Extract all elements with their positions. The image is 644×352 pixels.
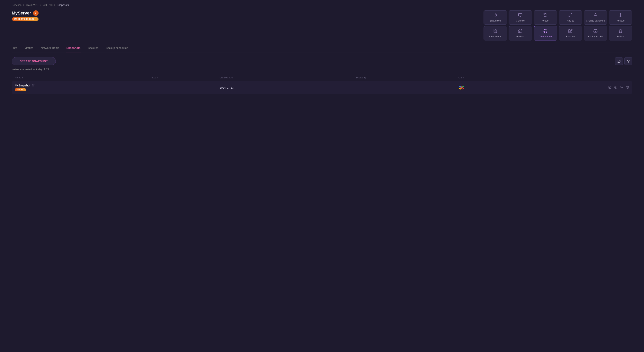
table-header: Name ⇅ Size ⇅ Created at ⇅ Price/day OS … bbox=[12, 74, 632, 81]
col-size[interactable]: Size ⇅ bbox=[152, 76, 220, 79]
change-password-icon bbox=[593, 13, 598, 18]
snapshot-os-icon-cell bbox=[458, 84, 561, 91]
resize-button[interactable]: Resize bbox=[559, 10, 582, 25]
change-password-button[interactable]: Change password bbox=[584, 10, 607, 25]
instructions-button[interactable]: Instructions bbox=[484, 26, 507, 40]
boot-from-iso-label: Boot from ISO bbox=[588, 35, 603, 38]
svg-point-1 bbox=[35, 12, 36, 14]
server-info: MyServer IMAGE UPLOADING bbox=[12, 10, 38, 21]
console-icon bbox=[518, 13, 522, 18]
svg-point-4 bbox=[620, 14, 621, 16]
col-size-sort-icon: ⇅ bbox=[157, 77, 158, 79]
toolbar-right bbox=[615, 57, 632, 65]
svg-marker-5 bbox=[627, 60, 630, 62]
filter-button[interactable] bbox=[624, 57, 632, 65]
snapshot-row-actions bbox=[561, 86, 629, 90]
create-ticket-icon bbox=[543, 29, 548, 34]
col-os-sort-icon: ⇅ bbox=[462, 77, 464, 79]
tab-network-traffic[interactable]: Network Traffic bbox=[40, 44, 60, 52]
breadcrumb: Services > Cloud VPS > 5203773 > Snapsho… bbox=[0, 0, 644, 8]
rename-button[interactable]: Rename bbox=[559, 26, 582, 40]
shut-down-button[interactable]: Shut down bbox=[484, 10, 507, 25]
rebuild-label: Rebuild bbox=[516, 35, 524, 38]
rebuild-button[interactable]: Rebuild bbox=[508, 26, 532, 40]
svg-point-11 bbox=[461, 87, 462, 88]
tab-backups[interactable]: Backups bbox=[87, 44, 99, 52]
snapshot-delete-icon[interactable] bbox=[626, 86, 629, 90]
instructions-icon bbox=[493, 29, 498, 34]
create-ticket-label: Create ticket bbox=[539, 35, 552, 38]
col-price-day: Price/day bbox=[356, 76, 458, 79]
snapshot-name-cell: MySnapshot SAVING bbox=[15, 84, 152, 91]
breadcrumb-cloud-vps[interactable]: Cloud VPS bbox=[26, 3, 38, 6]
console-label: Console bbox=[516, 19, 525, 22]
snapshots-panel: CREATE SNAPSHOT Instances created for to… bbox=[12, 57, 632, 94]
tab-metrics[interactable]: Metrics bbox=[24, 44, 34, 52]
resize-icon bbox=[568, 13, 572, 18]
svg-point-12 bbox=[614, 86, 617, 88]
rescue-label: Rescue bbox=[616, 19, 625, 22]
shut-down-icon bbox=[493, 13, 498, 18]
svg-point-3 bbox=[595, 13, 596, 15]
table-row: MySnapshot SAVING 2024-07-23 bbox=[12, 81, 632, 94]
create-snapshot-button[interactable]: CREATE SNAPSHOT bbox=[12, 57, 56, 65]
reboot-label: Reboot bbox=[542, 19, 549, 22]
snapshot-created-at: 2024-07-23 bbox=[220, 86, 356, 89]
tab-snapshots[interactable]: Snapshots bbox=[66, 44, 82, 52]
snapshot-name: MySnapshot bbox=[15, 84, 30, 87]
resize-label: Resize bbox=[567, 19, 574, 22]
snapshot-os-icon bbox=[458, 84, 465, 91]
rename-icon bbox=[568, 29, 572, 34]
col-created-at[interactable]: Created at ⇅ bbox=[220, 76, 356, 79]
col-price-day-label: Price/day bbox=[356, 76, 366, 79]
instances-info: Instances created for today: 1 / 5 bbox=[12, 68, 632, 71]
server-name: MyServer bbox=[12, 10, 31, 16]
instructions-label: Instructions bbox=[489, 35, 501, 38]
breadcrumb-services[interactable]: Services bbox=[12, 3, 22, 6]
tab-info[interactable]: Info bbox=[12, 44, 18, 52]
col-name[interactable]: Name ⇅ bbox=[15, 76, 152, 79]
breadcrumb-current: Snapshots bbox=[57, 3, 69, 6]
delete-button[interactable]: Delete bbox=[609, 26, 632, 40]
server-status-badge: IMAGE UPLOADING bbox=[12, 17, 38, 21]
change-password-label: Change password bbox=[586, 19, 605, 22]
console-button[interactable]: Console bbox=[508, 10, 532, 25]
snapshot-status-badge: SAVING bbox=[15, 88, 26, 91]
col-os-label: OS bbox=[458, 76, 462, 79]
navigation-tabs: Info Metrics Network Traffic Snapshots B… bbox=[12, 44, 632, 52]
edit-snapshot-name-icon[interactable] bbox=[32, 84, 34, 87]
snapshots-table: Name ⇅ Size ⇅ Created at ⇅ Price/day OS … bbox=[12, 74, 632, 94]
rescue-button[interactable]: Rescue bbox=[609, 10, 632, 25]
col-os[interactable]: OS ⇅ bbox=[458, 76, 561, 79]
tab-backup-schedules[interactable]: Backup schedules bbox=[105, 44, 129, 52]
svg-rect-2 bbox=[518, 13, 522, 16]
server-header: MyServer IMAGE UPLOADING Shut bbox=[12, 10, 632, 40]
server-os-icon bbox=[33, 10, 38, 16]
reboot-button[interactable]: Reboot bbox=[534, 10, 557, 25]
rebuild-icon bbox=[518, 29, 522, 34]
col-created-at-label: Created at bbox=[220, 76, 230, 79]
snapshot-edit-icon[interactable] bbox=[608, 86, 612, 90]
boot-from-iso-icon bbox=[593, 29, 598, 34]
col-name-sort-icon: ⇅ bbox=[22, 77, 24, 79]
delete-label: Delete bbox=[617, 35, 624, 38]
snapshot-restore-icon[interactable] bbox=[614, 86, 618, 90]
breadcrumb-server-id[interactable]: 5203773 bbox=[43, 3, 53, 6]
col-name-label: Name bbox=[15, 76, 21, 79]
rescue-icon bbox=[618, 13, 623, 18]
reboot-icon bbox=[543, 13, 548, 18]
shut-down-label: Shut down bbox=[490, 19, 501, 22]
rename-label: Rename bbox=[566, 35, 575, 38]
svg-marker-13 bbox=[616, 87, 616, 88]
create-ticket-button[interactable]: Create ticket bbox=[534, 26, 557, 40]
col-actions bbox=[561, 76, 629, 79]
snapshot-download-icon[interactable] bbox=[620, 86, 623, 90]
boot-from-iso-button[interactable]: Boot from ISO bbox=[584, 26, 607, 40]
refresh-button[interactable] bbox=[615, 57, 623, 65]
col-size-label: Size bbox=[152, 76, 156, 79]
action-buttons-grid: Shut down Console Reboot bbox=[484, 10, 632, 40]
delete-icon bbox=[618, 29, 623, 34]
snapshots-toolbar: CREATE SNAPSHOT bbox=[12, 57, 632, 65]
col-created-at-sort-icon: ⇅ bbox=[231, 77, 233, 79]
